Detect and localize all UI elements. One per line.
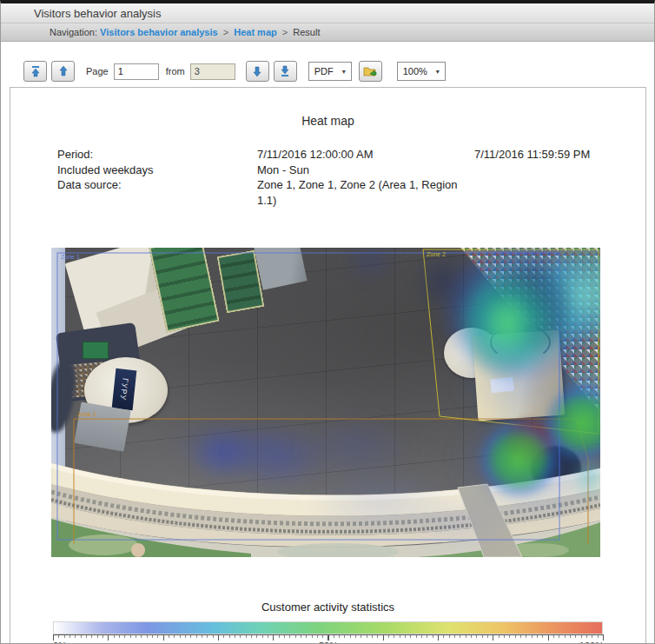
zoom-value: 100% xyxy=(403,66,427,76)
field-row-weekdays: Included weekdays Mon - Sun xyxy=(57,163,645,178)
legend-title: Customer activity statistics xyxy=(10,601,645,616)
field-value-end xyxy=(474,163,645,178)
field-label: Data source: xyxy=(57,177,257,208)
report-toolbar: Page from PDF ▾ 100% xyxy=(1,42,654,87)
activity-gradient-bar xyxy=(53,621,603,634)
first-page-icon xyxy=(30,65,42,77)
tick-label-50: 50% xyxy=(319,641,338,644)
breadcrumb-separator: > xyxy=(280,27,290,37)
next-page-icon xyxy=(251,65,263,77)
page-label: Page xyxy=(86,66,109,76)
heat-blob xyxy=(411,248,473,314)
page-number-input[interactable] xyxy=(114,63,159,80)
gray-shelf xyxy=(74,402,130,451)
last-page-button[interactable] xyxy=(274,61,297,82)
next-page-button[interactable] xyxy=(246,61,269,82)
field-value: Mon - Sun xyxy=(257,163,474,178)
prev-page-icon xyxy=(57,65,69,77)
breadcrumb-prefix: Navigation: xyxy=(50,27,97,37)
total-pages-field xyxy=(190,63,235,80)
monitor xyxy=(83,342,109,359)
heat-blob xyxy=(296,413,414,481)
field-label: Included weekdays xyxy=(57,163,257,178)
report-fields: Period: 7/11/2016 12:00:00 AM 7/11/2016 … xyxy=(10,147,645,208)
heatmap-image: ГУРУ xyxy=(51,248,600,557)
zoom-select[interactable]: 100% ▾ xyxy=(397,62,446,81)
export-icon xyxy=(363,65,377,77)
breadcrumb: Navigation: Visitors behavior analysis >… xyxy=(1,23,654,42)
breadcrumb-current: Result xyxy=(293,27,320,37)
from-label: from xyxy=(166,66,185,76)
chevron-down-icon: ▾ xyxy=(436,68,440,76)
window-title: Visitors behavior analysis xyxy=(34,7,161,20)
breadcrumb-link-heatmap[interactable]: Heat map xyxy=(234,27,277,37)
app-window: Visitors behavior analysis Navigation: V… xyxy=(0,0,655,644)
heat-blob xyxy=(482,293,533,352)
window-title-bar: Visitors behavior analysis xyxy=(1,3,654,23)
field-row-datasource: Data source: Zone 1, Zone 1, Zone 2 (Are… xyxy=(57,177,645,208)
field-value: Zone 1, Zone 1, Zone 2 (Area 1, Region 1… xyxy=(257,177,474,208)
tick-label-0: 0% xyxy=(53,641,67,644)
report-title: Heat map xyxy=(10,114,645,131)
chevron-down-icon: ▾ xyxy=(342,68,346,76)
export-format-select[interactable]: PDF ▾ xyxy=(308,62,352,81)
gradient-labels: 0% 50% 100% xyxy=(53,641,604,644)
breadcrumb-link-analysis[interactable]: Visitors behavior analysis xyxy=(100,27,218,37)
report-page: Heat map Period: 7/11/2016 12:00:00 AM 7… xyxy=(10,87,646,644)
field-value-end xyxy=(474,177,645,208)
last-page-icon xyxy=(279,65,291,77)
field-row-period: Period: 7/11/2016 12:00:00 AM 7/11/2016 … xyxy=(57,147,645,163)
field-value-end: 7/11/2016 11:59:59 PM xyxy=(474,147,645,163)
first-page-button[interactable] xyxy=(23,61,47,82)
tick-label-100: 100% xyxy=(579,641,604,644)
breadcrumb-separator: > xyxy=(221,27,231,37)
export-format-value: PDF xyxy=(314,66,334,76)
field-value: 7/11/2016 12:00:00 AM xyxy=(257,147,474,163)
heat-blob xyxy=(400,498,518,548)
gradient-ruler xyxy=(53,634,604,641)
field-label: Period: xyxy=(57,147,257,163)
export-button[interactable] xyxy=(359,61,382,82)
guru-sign: ГУРУ xyxy=(112,368,137,410)
prev-page-button[interactable] xyxy=(51,61,75,82)
